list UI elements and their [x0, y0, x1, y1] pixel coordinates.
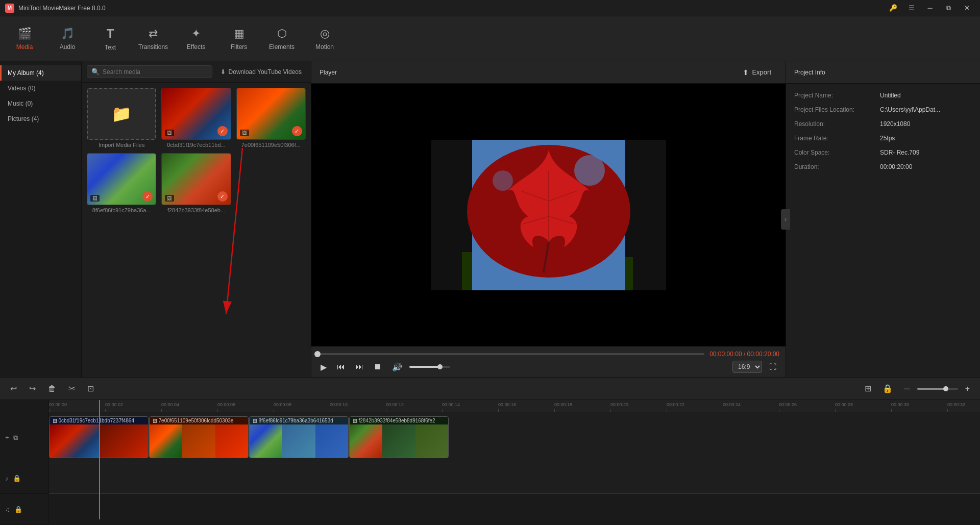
- info-row-duration: Duration: 00:00:20:00: [794, 163, 972, 170]
- toolbar-transitions[interactable]: ⇄ Transitions: [133, 20, 174, 57]
- nav-pictures[interactable]: Pictures (4): [0, 111, 81, 127]
- close-button[interactable]: ✕: [959, 2, 975, 14]
- cut-button[interactable]: ✂: [64, 382, 79, 395]
- zoom-out-button[interactable]: ─: [900, 382, 914, 395]
- next-button[interactable]: ⏭: [352, 361, 366, 372]
- pin-button[interactable]: 🔑: [885, 2, 901, 14]
- toolbar-filters-label: Filters: [231, 43, 248, 51]
- left-panel: My Album (4) Videos (0) Music (0) Pictur…: [0, 61, 311, 377]
- restore-button[interactable]: ⧉: [940, 2, 957, 14]
- value-resolution: 1920x1080: [880, 120, 910, 128]
- ruler-20: 00:00:20: [610, 402, 628, 407]
- ruler-26: 00:00:26: [779, 402, 797, 407]
- audio-icon-btn[interactable]: ♪: [4, 473, 10, 483]
- media-item-2[interactable]: 🖼 ✓ 7e00f651109e50f306f...: [236, 88, 306, 148]
- playhead[interactable]: [99, 400, 100, 519]
- audio-lock-btn[interactable]: 🔒: [12, 473, 22, 483]
- undo-button[interactable]: ↩: [6, 382, 21, 395]
- play-button[interactable]: ▶: [317, 361, 330, 373]
- img-type-4: 🖼: [165, 195, 174, 202]
- timeline-clip-2[interactable]: 🖼 7e00f651109e50f306fcdd50303e: [149, 416, 249, 458]
- search-input[interactable]: [103, 68, 208, 76]
- minimize-button[interactable]: ─: [922, 2, 938, 14]
- delete-button[interactable]: 🗑: [44, 382, 60, 395]
- value-files-location: C:\Users\yyl\AppDat...: [880, 106, 940, 113]
- toolbar-audio[interactable]: 🎵 Audio: [47, 20, 88, 57]
- volume-bar[interactable]: [409, 366, 450, 368]
- aspect-ratio-select[interactable]: 16:9 4:3 1:1 9:16: [732, 361, 762, 373]
- zoom-handle[interactable]: [943, 386, 948, 391]
- toolbar-effects[interactable]: ✦ Effects: [176, 20, 216, 57]
- clip-2-name: 7e00f651109e50f306fcdd50303e: [159, 418, 234, 423]
- menu-button[interactable]: ☰: [903, 2, 920, 14]
- effects-icon: ✦: [191, 27, 201, 40]
- collapse-panel-button[interactable]: ›: [781, 209, 790, 230]
- svg-rect-13: [625, 257, 633, 290]
- toolbar-text[interactable]: T Text: [90, 20, 131, 57]
- nav-my-album[interactable]: My Album (4): [0, 65, 81, 81]
- progress-handle[interactable]: [314, 351, 321, 357]
- ruler-28: 00:00:28: [835, 402, 853, 407]
- chevron-right-icon: ›: [785, 216, 787, 223]
- zoom-bar[interactable]: [917, 388, 958, 390]
- crop-button[interactable]: ⊡: [83, 382, 98, 395]
- timeline-clip-3[interactable]: 🖼 8f6ef86fc91c79ba36a3b641653d: [249, 416, 349, 458]
- music-track: [49, 494, 980, 519]
- music-lock-btn[interactable]: 🔒: [13, 505, 23, 514]
- video-frame: [311, 84, 786, 346]
- volume-button[interactable]: 🔊: [389, 361, 405, 373]
- redo-button[interactable]: ↪: [25, 382, 40, 395]
- left-panel-body: My Album (4) Videos (0) Music (0) Pictur…: [0, 61, 311, 377]
- time-separator: /: [744, 351, 747, 358]
- fullscreen-button[interactable]: ⛶: [766, 362, 779, 372]
- volume-handle[interactable]: [437, 364, 443, 369]
- thumb-3: 🖼 ✓: [87, 153, 156, 205]
- nav-music[interactable]: Music (0): [0, 96, 81, 111]
- svg-rect-12: [462, 252, 472, 290]
- toolbar-media[interactable]: 🎬 Media: [4, 20, 45, 57]
- search-wrap: 🔍: [87, 65, 212, 78]
- nav-videos[interactable]: Videos (0): [0, 81, 81, 96]
- info-row-project-name: Project Name: Untitled: [794, 92, 972, 99]
- download-youtube-button[interactable]: ⬇ Download YouTube Videos: [216, 66, 306, 78]
- music-icon-btn[interactable]: ♫: [4, 505, 11, 514]
- zoom-in-button[interactable]: +: [961, 382, 974, 395]
- timeline-inner: 00:00:00 00:00:02 00:00:04 00:00:06 00:0…: [49, 400, 980, 519]
- export-button[interactable]: ⬆ Export: [737, 65, 777, 80]
- motion-icon: ◎: [320, 27, 330, 40]
- stop-button[interactable]: ⏹: [371, 361, 385, 372]
- media-item-4[interactable]: 🖼 ✓ f2842b3933f84e58eb...: [161, 153, 231, 213]
- video-track-copy-button[interactable]: ⧉: [12, 433, 19, 443]
- value-color-space: SDR- Rec.709: [880, 149, 919, 156]
- import-media-item[interactable]: 📁 Import Media Files: [87, 88, 156, 148]
- clip-4-thumb-1: [350, 424, 382, 458]
- download-label: Download YouTube Videos: [229, 68, 302, 76]
- clip-3-thumb-1: [250, 424, 282, 458]
- timeline-clip-4[interactable]: 🖼 f2842b3933f84e58eb8d9168f6fe2: [349, 416, 449, 458]
- toolbar-elements[interactable]: ⬡ Elements: [261, 20, 302, 57]
- player-area: [311, 84, 786, 346]
- thumb-1: 🖼 ✓: [161, 88, 231, 140]
- timeline-area: ↩ ↪ 🗑 ✂ ⊡ ⊞ 🔒 ─ + + ⧉: [0, 377, 980, 525]
- elements-icon: ⬡: [277, 27, 287, 40]
- label-files-location: Project Files Location:: [794, 106, 876, 113]
- grid-view-button[interactable]: ⊞: [861, 382, 875, 395]
- label-duration: Duration:: [794, 163, 876, 170]
- clip-3-thumb-3: [315, 424, 348, 458]
- zoom-controls: ⊞ 🔒 ─ +: [861, 382, 974, 395]
- filename-1: 0cbd31f19c7ecb11bd...: [161, 142, 231, 148]
- export-label: Export: [752, 68, 771, 76]
- toolbar-motion[interactable]: ◎ Motion: [304, 20, 345, 57]
- search-icon: 🔍: [91, 68, 100, 76]
- prev-button[interactable]: ⏮: [334, 361, 348, 372]
- media-item-1[interactable]: 🖼 ✓ 0cbd31f19c7ecb11bd...: [161, 88, 231, 148]
- media-icon: 🎬: [18, 27, 32, 40]
- video-track-label: + ⧉: [0, 412, 48, 463]
- toolbar-filters[interactable]: ▦ Filters: [218, 20, 259, 57]
- total-time: 00:00:20:00: [747, 351, 779, 358]
- progress-bar[interactable]: [317, 353, 704, 355]
- media-item-3[interactable]: 🖼 ✓ 8f6ef86fc91c79ba36a...: [87, 153, 156, 213]
- lock-button[interactable]: 🔒: [878, 382, 897, 395]
- add-video-track-button[interactable]: +: [4, 433, 10, 443]
- progress-bar-wrap: 00:00:00:00 / 00:00:20:00: [317, 351, 779, 358]
